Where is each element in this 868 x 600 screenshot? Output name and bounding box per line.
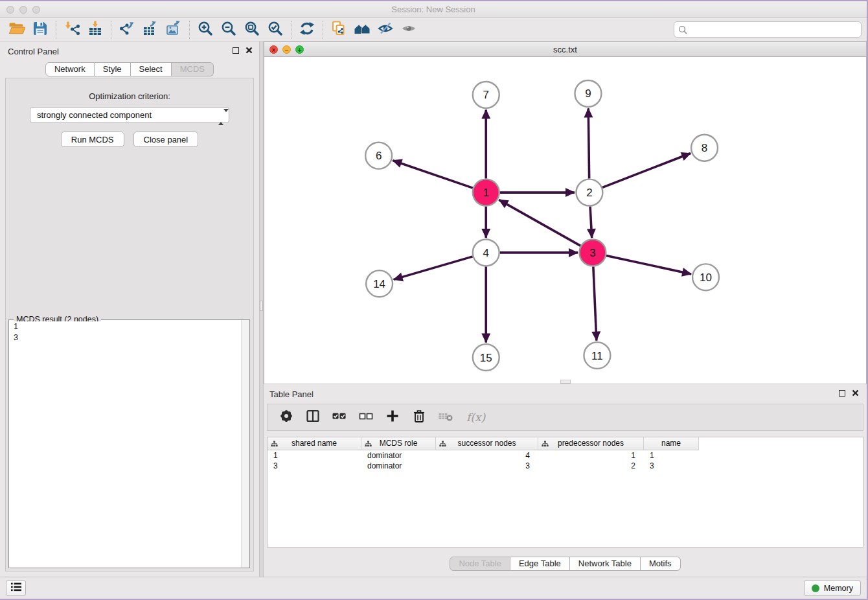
network-canvas[interactable]: 1234678910111415 [264,57,866,384]
delete-table-icon [438,408,453,426]
tab-motifs[interactable]: Motifs [641,557,681,571]
mcds-result-item: 3 [10,332,249,343]
search-input[interactable] [690,23,858,36]
table-cell[interactable]: 1 [644,450,699,461]
first-neighbors-icon [330,20,347,40]
toolbar-separator [56,21,56,39]
table-cell[interactable]: 3 [268,461,361,471]
column-header-name[interactable]: name [644,437,699,450]
plus-icon [385,408,400,426]
control-panel: Control Panel NetworkStyleSelectMCDS Opt… [0,41,259,577]
cytoscape-window: Session: New Session [0,1,867,599]
table-cell[interactable]: 1 [268,450,361,461]
graph-node-label: 4 [483,247,489,259]
select-stepper-icon [218,110,224,124]
graph-edge-3-10[interactable] [606,255,691,273]
right-column: × – + scc.txt 1234678910111415 Table Pan… [264,41,867,577]
run-mcds-button[interactable]: Run MCDS [61,132,124,147]
refresh-icon [299,20,315,40]
deselect-all-button[interactable] [358,409,374,426]
table-toolbar: f(x) [267,404,863,431]
toolbar-separator [189,21,190,39]
graph-edge-4-14[interactable] [394,257,473,279]
open-session-button[interactable] [5,20,29,40]
delete-column-button-disabled [437,409,454,426]
export-table-icon [142,20,159,40]
home-button[interactable] [350,20,374,40]
zoom-selected-icon [267,20,284,40]
mcds-result-list[interactable]: 13 [10,321,249,567]
zoom-selected-button[interactable] [264,20,287,40]
export-image-icon [165,20,182,40]
result-scrollbar[interactable] [241,320,249,568]
panel-splitter[interactable] [259,41,264,577]
column-header-successor-nodes[interactable]: successor nodes [436,437,538,450]
select-all-button[interactable] [331,409,348,426]
task-history-button[interactable] [6,580,26,596]
export-image-button[interactable] [162,20,185,40]
criterion-select[interactable]: strongly connected component [30,107,229,123]
column-header-predecessor-nodes[interactable]: predecessor nodes [538,437,644,450]
close-panel-icon[interactable] [246,47,253,54]
table-cell[interactable]: 2 [538,461,644,471]
toolbar-separator [291,21,291,39]
graph-edge-2-3[interactable] [590,207,592,238]
horizontal-splitter-grip[interactable] [560,380,571,384]
graph-edge-1-6[interactable] [393,161,473,188]
first-neighbors-button[interactable] [327,20,350,40]
network-graph[interactable]: 1234678910111415 [264,57,866,384]
tab-select[interactable]: Select [131,62,172,76]
tab-mcds[interactable]: MCDS [172,62,214,76]
close-panel-button[interactable]: Close panel [133,132,199,147]
delete-selected-button[interactable] [411,409,428,426]
graph-node-label: 10 [700,271,712,284]
memory-button[interactable]: Memory [804,580,861,596]
graph-edge-2-8[interactable] [602,154,691,188]
tab-network-table[interactable]: Network Table [570,557,641,571]
export-network-button[interactable] [115,20,139,40]
import-table-button[interactable] [84,20,107,40]
graph-node-label: 2 [586,187,592,199]
zoom-fit-button[interactable] [240,20,264,40]
table-cell[interactable]: 3 [644,461,699,471]
tab-style[interactable]: Style [95,62,131,76]
function-builder-button-disabled: f(x) [466,411,485,424]
table-row[interactable]: 3dominator323 [268,461,863,471]
graph-edge-3-11[interactable] [593,266,597,340]
float-panel-icon[interactable] [233,47,239,54]
save-session-button[interactable] [29,20,52,40]
table-cell[interactable]: 1 [538,450,644,461]
export-table-button[interactable] [139,20,162,40]
tab-edge-table[interactable]: Edge Table [510,557,570,571]
graph-node-label: 15 [480,352,492,364]
window-title: Session: New Session [0,5,867,14]
zoom-out-button[interactable] [217,20,240,40]
tab-node-table[interactable]: Node Table [450,557,510,571]
apply-layout-button[interactable] [295,20,319,40]
table-cell[interactable]: 3 [436,461,538,471]
table-row[interactable]: 1dominator411 [268,450,863,461]
add-column-button[interactable] [384,409,401,426]
search-box [674,21,862,38]
show-column-button[interactable] [304,409,321,426]
show-all-button[interactable] [397,20,420,40]
import-network-button[interactable] [60,20,84,40]
node-table[interactable]: shared nameMCDS rolesuccessor nodesprede… [267,437,863,548]
graph-edge-2-9[interactable] [588,108,589,178]
table-settings-button[interactable] [278,409,295,426]
table-cell[interactable]: 4 [436,450,538,461]
houses-icon [354,20,371,40]
graph-edge-3-1[interactable] [499,200,580,246]
memory-status-icon [812,584,819,592]
column-header-mcds-role[interactable]: MCDS role [361,437,436,450]
table-cell[interactable]: dominator [361,461,436,471]
table-cell[interactable]: dominator [361,450,436,461]
splitter-grip[interactable] [260,301,263,311]
column-header-shared-name[interactable]: shared name [268,437,361,450]
float-table-panel-icon[interactable] [839,390,845,397]
tab-network[interactable]: Network [45,62,95,76]
hide-selected-button[interactable] [374,20,397,40]
save-floppy-icon [32,20,49,40]
close-table-panel-icon[interactable] [852,389,859,397]
zoom-in-button[interactable] [194,20,217,40]
